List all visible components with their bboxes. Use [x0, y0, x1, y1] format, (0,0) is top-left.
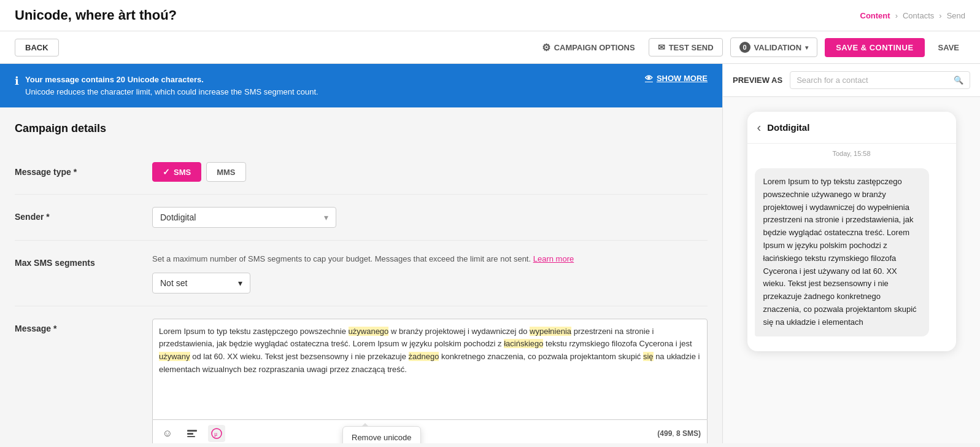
toolbar-right: ⚙ CAMPAIGN OPTIONS ✉ TEST SEND 0 VALIDAT… [536, 37, 965, 57]
svg-rect-0 [187, 430, 197, 432]
breadcrumb-content: Content [860, 11, 890, 20]
remove-unicode-tooltip[interactable]: Remove unicode [342, 426, 421, 444]
search-icon: 🔍 [954, 76, 963, 85]
max-sms-desc-text: Set a maximum number of SMS segments to … [152, 254, 531, 263]
sms-count-value: 8 SMS) [676, 429, 701, 438]
alert-banner: ℹ Your message contains 20 Unicode chara… [0, 64, 722, 107]
breadcrumb-sep-1: › [895, 11, 898, 20]
sender-dropdown[interactable]: Dotdigital ▾ [152, 207, 336, 228]
max-sms-description: Set a maximum number of SMS segments to … [152, 253, 708, 265]
message-control: Lorem Ipsum to typ tekstu zastępczego po… [152, 319, 708, 444]
message-textarea[interactable]: Lorem Ipsum to typ tekstu zastępczego po… [152, 319, 708, 420]
char-count: (499, 8 SMS) [657, 429, 701, 438]
phone-preview: ‹ Dotdigital Today, 15:58 Lorem Ipsum to… [723, 97, 980, 443]
not-set-dropdown[interactable]: Not set ▾ [152, 273, 250, 293]
message-type-options: ✓ SMS MMS [152, 162, 708, 182]
message-type-label: Message type * [15, 162, 137, 177]
message-label: Message * [15, 319, 137, 333]
svg-rect-1 [187, 433, 193, 435]
validation-badge: 0 [739, 42, 750, 53]
main-layout: ℹ Your message contains 20 Unicode chara… [0, 64, 980, 443]
show-more-button[interactable]: 👁 SHOW MORE [645, 74, 708, 83]
sms-button[interactable]: ✓ SMS [152, 162, 201, 182]
sender-control: Dotdigital ▾ [152, 207, 708, 228]
max-sms-label: Max SMS segments [15, 253, 137, 268]
unicode-tool-icon[interactable]: μ [208, 425, 225, 442]
breadcrumb-send: Send [947, 11, 965, 20]
not-set-value: Not set [160, 278, 187, 288]
breadcrumb-sep-2: › [939, 11, 941, 20]
right-panel: PREVIEW AS Search for a contact 🔍 ‹ Dotd… [722, 64, 980, 443]
content-area: Campaign details Message type * ✓ SMS MM… [0, 107, 722, 443]
alert-content: ℹ Your message contains 20 Unicode chara… [15, 74, 318, 98]
message-type-control: ✓ SMS MMS [152, 162, 708, 182]
alert-text-line1: Your message contains 20 Unicode charact… [25, 74, 318, 86]
breadcrumb: Content › Contacts › Send [860, 11, 965, 20]
alert-info-icon: ℹ [15, 74, 19, 88]
phone-messages: Lorem Ipsum to typ tekstu zastępczego po… [747, 163, 956, 351]
max-sms-control: Set a maximum number of SMS segments to … [152, 253, 708, 293]
campaign-options-icon: ⚙ [542, 42, 550, 53]
show-more-label: SHOW MORE [657, 74, 708, 83]
char-count-value: (499 [657, 429, 672, 438]
sms-label: SMS [174, 168, 191, 177]
test-send-label: TEST SEND [669, 43, 714, 52]
mms-button[interactable]: MMS [206, 162, 245, 182]
message-row: Message * Lorem Ipsum to typ tekstu zast… [15, 306, 708, 444]
dropdown-caret-icon: ▾ [324, 212, 328, 222]
alert-text-line2: Unicode reduces the character limit, whi… [25, 87, 318, 96]
toolbar: BACK ⚙ CAMPAIGN OPTIONS ✉ TEST SEND 0 VA… [0, 31, 980, 64]
sender-label: Sender * [15, 207, 137, 222]
phone-header: ‹ Dotdigital [747, 112, 956, 144]
not-set-caret-icon: ▾ [238, 278, 242, 288]
test-send-button[interactable]: ✉ TEST SEND [649, 38, 723, 56]
sender-row: Sender * Dotdigital ▾ [15, 195, 708, 241]
page-title: Unicode, where àrt thoú? [15, 7, 177, 23]
validation-button[interactable]: 0 VALIDATION ▾ [730, 37, 818, 57]
alert-text: Your message contains 20 Unicode charact… [25, 74, 318, 98]
breadcrumb-contacts: Contacts [903, 11, 934, 20]
preview-search[interactable]: Search for a contact 🔍 [790, 71, 970, 89]
message-type-row: Message type * ✓ SMS MMS [15, 150, 708, 195]
left-panel: ℹ Your message contains 20 Unicode chara… [0, 64, 722, 443]
message-toolbar: ☺ [152, 420, 708, 444]
phone-back-icon[interactable]: ‹ [757, 120, 762, 134]
message-tool-icons: ☺ [159, 425, 225, 442]
remove-unicode-label: Remove unicode [352, 433, 412, 442]
campaign-options-button[interactable]: ⚙ CAMPAIGN OPTIONS [536, 38, 641, 57]
preview-as-label: PREVIEW AS [733, 76, 782, 85]
sender-value: Dotdigital [160, 212, 196, 222]
search-placeholder-text: Search for a contact [797, 76, 868, 85]
learn-more-link[interactable]: Learn more [533, 254, 574, 263]
top-bar: Unicode, where àrt thoú? Content › Conta… [0, 0, 980, 31]
validation-label: VALIDATION [754, 43, 802, 52]
svg-rect-2 [187, 436, 195, 437]
save-button[interactable]: SAVE [932, 39, 965, 56]
eye-icon: 👁 [645, 74, 653, 83]
check-icon: ✓ [163, 167, 170, 177]
section-title: Campaign details [15, 122, 708, 135]
save-continue-button[interactable]: SAVE & CONTINUE [825, 38, 924, 57]
phone-contact-name: Dotdigital [767, 122, 809, 133]
svg-text:μ: μ [214, 430, 217, 437]
back-button[interactable]: BACK [15, 39, 59, 56]
phone-timestamp: Today, 15:58 [747, 144, 956, 163]
test-send-icon: ✉ [658, 42, 665, 52]
validation-chevron-icon: ▾ [805, 44, 808, 51]
phone-frame: ‹ Dotdigital Today, 15:58 Lorem Ipsum to… [747, 112, 956, 351]
max-sms-row: Max SMS segments Set a maximum number of… [15, 241, 708, 306]
preview-message-bubble: Lorem Ipsum to typ tekstu zastępczego po… [755, 168, 929, 336]
emoji-icon[interactable]: ☺ [159, 425, 176, 442]
campaign-options-label: CAMPAIGN OPTIONS [554, 43, 635, 52]
preview-header: PREVIEW AS Search for a contact 🔍 [723, 64, 980, 97]
personalize-icon[interactable] [183, 425, 201, 442]
message-container: Lorem Ipsum to typ tekstu zastępczego po… [152, 319, 708, 444]
